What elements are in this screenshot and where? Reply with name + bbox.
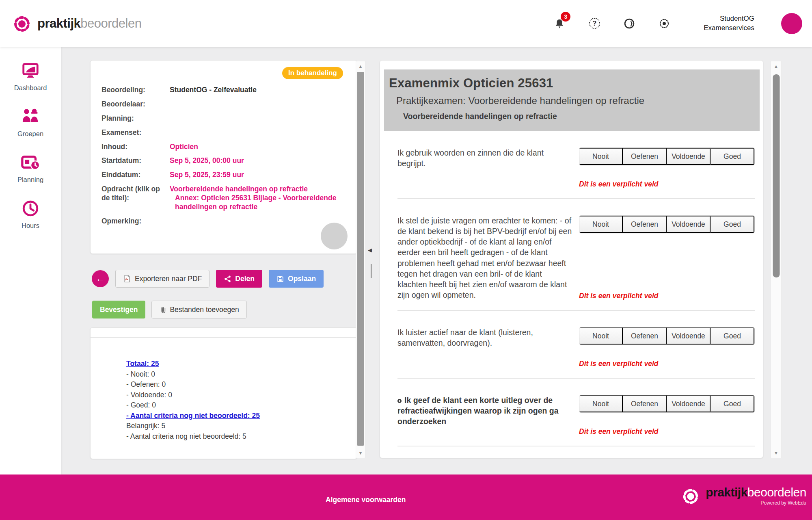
confirm-button[interactable]: Bevestigen bbox=[92, 301, 145, 318]
question-text: Ik gebruik woorden en zinnen die de klan… bbox=[397, 147, 579, 188]
question-text: Ik luister actief naar de klant (luister… bbox=[397, 327, 579, 368]
startdatum-value: Sep 5, 2025, 00:00 uur bbox=[170, 156, 345, 165]
save-floppy-icon bbox=[276, 275, 284, 283]
rating-voldoende-button[interactable]: Voldoende bbox=[667, 395, 710, 412]
page-footer: Algemene voorwaarden praktijkbeoordelen … bbox=[0, 474, 812, 520]
back-button[interactable]: ← bbox=[92, 270, 109, 287]
exam-header: Examenmix Opticien 25631 Praktijkexamen:… bbox=[384, 69, 760, 131]
language-globe-icon[interactable] bbox=[622, 17, 636, 30]
planning-calendar-icon bbox=[20, 153, 41, 172]
sidebar-item-planning[interactable]: Planning bbox=[17, 153, 43, 184]
rating-nooit-button[interactable]: Nooit bbox=[579, 395, 623, 412]
question-row: Ik gebruik woorden en zinnen die de klan… bbox=[397, 131, 755, 199]
right-panel-scrollbar[interactable]: ▲ ▼ bbox=[771, 61, 782, 458]
rating-oefenen-button[interactable]: Oefenen bbox=[623, 327, 667, 344]
logo-wordmark: praktijkbeoordelen bbox=[37, 16, 141, 31]
rating-nooit-button[interactable]: Nooit bbox=[579, 327, 623, 344]
exam-title: Examenmix Opticien 25631 bbox=[389, 76, 752, 91]
assessment-details-card: In behandeling Beoordeling: StudentOG - … bbox=[90, 60, 357, 254]
inhoud-value: Opticien bbox=[170, 143, 345, 152]
brand-ring-icon bbox=[11, 13, 32, 34]
save-button[interactable]: Opslaan bbox=[269, 270, 324, 288]
required-field-warning: Dit is een verplicht veld bbox=[579, 413, 755, 436]
count-nooit: - Nooit: 0 bbox=[126, 369, 357, 380]
left-panel-scrollbar[interactable]: ▲ ▼ bbox=[356, 61, 365, 458]
share-icon bbox=[224, 275, 231, 283]
export-pdf-button[interactable]: Exporteren naar PDF bbox=[115, 270, 209, 288]
opdracht-links: Voorbereidende handelingen op refractie … bbox=[170, 185, 345, 212]
count-voldoende: - Voldoende: 0 bbox=[126, 390, 357, 401]
footer-logo-wordmark: praktijkbeoordelen bbox=[706, 486, 806, 498]
paperclip-icon bbox=[159, 306, 166, 314]
belangrijk-not-assessed: - Aantal criteria nog niet beoordeeld: 5 bbox=[126, 431, 357, 442]
rating-oefenen-button[interactable]: Oefenen bbox=[623, 216, 667, 233]
clock-icon bbox=[21, 199, 40, 218]
scrollbar-thumb[interactable] bbox=[773, 74, 780, 277]
not-assessed-link[interactable]: - Aantal criteria nog niet beoordeeld: 2… bbox=[126, 411, 260, 421]
required-field-warning: Dit is een verplicht veld bbox=[579, 345, 755, 368]
help-icon[interactable]: ? bbox=[587, 17, 601, 30]
user-avatar[interactable] bbox=[781, 13, 802, 34]
rating-oefenen-button[interactable]: Oefenen bbox=[623, 148, 667, 165]
pdf-file-icon bbox=[123, 274, 131, 283]
sidebar-item-dashboard[interactable]: Dashboard bbox=[14, 61, 47, 92]
rating-button-group: Nooit Oefenen Voldoende Goed bbox=[579, 395, 755, 413]
rating-button-group: Nooit Oefenen Voldoende Goed bbox=[579, 147, 755, 165]
planning-value bbox=[170, 114, 345, 123]
rating-goed-button[interactable]: Goed bbox=[710, 395, 754, 412]
question-list: Ik gebruik woorden en zinnen die de klan… bbox=[380, 131, 763, 446]
required-field-warning: Dit is een verplicht veld bbox=[579, 165, 755, 188]
powered-by-label: Powered by WebEdu bbox=[706, 500, 806, 506]
panel-resize-handle[interactable] bbox=[371, 264, 371, 278]
required-field-warning: Dit is een verplicht veld bbox=[579, 277, 755, 300]
status-badge: In behandeling bbox=[282, 67, 343, 79]
assessment-fields: Beoordeling: StudentOG - Zelfevaluatie B… bbox=[102, 86, 345, 226]
scroll-up-arrow[interactable]: ▲ bbox=[356, 62, 365, 70]
sidebar-item-hours[interactable]: Hours bbox=[21, 199, 40, 230]
rating-voldoende-button[interactable]: Voldoende bbox=[667, 216, 710, 233]
secondary-buttons-row: Bevestigen Bestanden toevoegen bbox=[92, 301, 247, 318]
beoordelaar-value bbox=[170, 100, 345, 109]
question-row: Ik luister actief naar de klant (luister… bbox=[397, 311, 755, 379]
sidebar-item-groepen[interactable]: Groepen bbox=[17, 107, 43, 138]
brightness-icon[interactable] bbox=[657, 17, 671, 30]
scroll-down-arrow[interactable]: ▼ bbox=[771, 449, 781, 457]
footer-logo: praktijkbeoordelen Powered by WebEdu bbox=[680, 486, 806, 506]
rating-voldoende-button[interactable]: Voldoende bbox=[667, 148, 710, 165]
rating-nooit-button[interactable]: Nooit bbox=[579, 148, 623, 165]
einddatum-value: Sep 5, 2025, 23:59 uur bbox=[170, 171, 345, 180]
score-summary-card: Totaal: 25 - Nooit: 0 - Oefenen: 0 - Vol… bbox=[90, 327, 357, 459]
scroll-up-arrow[interactable]: ▲ bbox=[771, 62, 781, 70]
rating-goed-button[interactable]: Goed bbox=[710, 148, 754, 165]
rating-voldoende-button[interactable]: Voldoende bbox=[667, 327, 710, 344]
opdracht-annex-link[interactable]: Annex: Opticien 25631 Bijlage - Voorbere… bbox=[170, 194, 345, 212]
scrollbar-thumb[interactable] bbox=[357, 72, 364, 446]
share-button[interactable]: Delen bbox=[216, 270, 262, 288]
opdracht-title-link[interactable]: Voorbereidende handelingen op refractie bbox=[170, 185, 345, 194]
belangrijk-count: Belangrijk: 5 bbox=[126, 421, 357, 431]
terms-link[interactable]: Algemene voorwaarden bbox=[326, 496, 406, 504]
question-row: Ik geef de klant een korte uitleg over d… bbox=[397, 379, 755, 446]
footer-brand-ring-icon bbox=[680, 486, 701, 506]
summary-card-header bbox=[91, 328, 357, 338]
rating-goed-button[interactable]: Goed bbox=[710, 327, 754, 344]
add-files-button[interactable]: Bestanden toevoegen bbox=[151, 301, 246, 318]
examenset-value bbox=[170, 128, 345, 137]
rating-button-group: Nooit Oefenen Voldoende Goed bbox=[579, 215, 755, 233]
user-name[interactable]: StudentOG Examenservices bbox=[704, 14, 754, 32]
total-link[interactable]: Totaal: 25 bbox=[126, 359, 159, 369]
collapse-panel-arrow[interactable]: ◀ bbox=[368, 247, 372, 253]
count-oefenen: - Oefenen: 0 bbox=[126, 379, 357, 390]
exam-panel: Examenmix Opticien 25631 Praktijkexamen:… bbox=[380, 60, 763, 458]
count-goed: - Goed: 0 bbox=[126, 400, 357, 411]
notifications-bell-icon[interactable]: 3 bbox=[553, 17, 566, 30]
groups-icon bbox=[21, 107, 40, 126]
scroll-down-arrow[interactable]: ▼ bbox=[356, 449, 365, 457]
app-logo: praktijkbeoordelen bbox=[11, 13, 141, 34]
rating-oefenen-button[interactable]: Oefenen bbox=[623, 395, 667, 412]
exam-subtitle: Praktijkexamen: Voorbereidende handeling… bbox=[396, 95, 752, 106]
exam-section-title: Voorbereidende handelingen op refractie bbox=[403, 112, 752, 121]
rating-goed-button[interactable]: Goed bbox=[710, 216, 754, 233]
question-text: Ik stel de juiste vragen om erachter te … bbox=[397, 215, 579, 300]
rating-nooit-button[interactable]: Nooit bbox=[579, 216, 623, 233]
